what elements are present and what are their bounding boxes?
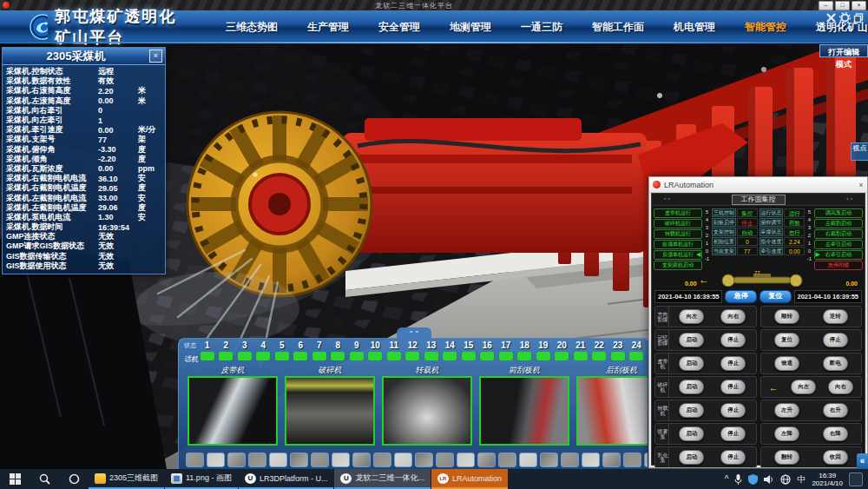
control-button[interactable]: 右降 bbox=[823, 426, 848, 441]
control-button[interactable]: 左降 bbox=[774, 426, 799, 441]
status-indicator-button[interactable]: 右截割启动 bbox=[814, 229, 863, 239]
control-button[interactable]: 启动 bbox=[679, 333, 704, 347]
tray-chevron-icon[interactable]: ^ bbox=[725, 474, 729, 484]
nav-item[interactable]: 生产管理 bbox=[307, 20, 349, 35]
taskbar-app[interactable]: LRLRAutomation bbox=[431, 469, 508, 489]
filmstrip-thumb[interactable] bbox=[561, 453, 579, 467]
control-button[interactable]: 向右 bbox=[828, 380, 853, 394]
control-button[interactable]: 启动 bbox=[679, 403, 704, 418]
control-button[interactable]: 收回 bbox=[823, 450, 848, 465]
filmstrip-thumb[interactable] bbox=[207, 453, 225, 467]
network-globe-icon[interactable] bbox=[780, 474, 791, 485]
filmstrip-thumb[interactable] bbox=[540, 453, 558, 467]
control-button[interactable]: 复位 bbox=[774, 333, 799, 347]
status-indicator-button[interactable]: 左截割启动 bbox=[814, 219, 863, 228]
control-button[interactable]: 启动 bbox=[679, 450, 704, 465]
status-indicator-button[interactable]: 左牵引启动 bbox=[814, 240, 863, 249]
filmstrip-thumb[interactable] bbox=[644, 453, 648, 467]
filmstrip-thumb[interactable] bbox=[290, 453, 308, 467]
control-button[interactable]: 停止 bbox=[720, 333, 746, 347]
nav-item[interactable]: 一通三防 bbox=[521, 20, 562, 35]
control-button[interactable]: 启动 bbox=[679, 426, 704, 441]
filmstrip-thumb[interactable] bbox=[332, 453, 350, 467]
camera-thumbnail[interactable] bbox=[576, 376, 648, 446]
filmstrip-thumb[interactable] bbox=[311, 453, 329, 467]
tab-workface-control[interactable]: 工作面集控 bbox=[732, 195, 786, 205]
taskbar-app[interactable]: U龙软二三维一体化... bbox=[334, 469, 431, 489]
nav-item[interactable]: 智能工作面 bbox=[592, 20, 644, 35]
maximize-button[interactable]: □ bbox=[835, 1, 850, 10]
filmstrip-thumb[interactable] bbox=[248, 453, 266, 467]
taskbar-app[interactable]: ULR3DPlatform - U... bbox=[239, 469, 334, 489]
filmstrip-thumb[interactable] bbox=[373, 453, 391, 467]
control-button[interactable]: 停止 bbox=[720, 403, 746, 418]
camera-feed[interactable]: 转载机 bbox=[382, 365, 472, 446]
collapse-chevron-icon[interactable]: ⌄⌄ bbox=[397, 327, 431, 340]
nav-item[interactable]: 地测管理 bbox=[450, 20, 491, 35]
settings-gear-icon[interactable] bbox=[839, 12, 851, 23]
filmstrip-thumb[interactable] bbox=[519, 453, 537, 467]
status-indicator-button[interactable]: 调高泵启动 bbox=[814, 208, 863, 218]
start-button[interactable] bbox=[0, 469, 30, 489]
camera-feed[interactable]: 皮带机 bbox=[187, 365, 278, 446]
status-indicator-button[interactable]: 皮带机运行 bbox=[654, 208, 702, 218]
nav-item[interactable]: 智能管控 bbox=[745, 20, 786, 35]
camera-thumbnail[interactable] bbox=[479, 376, 569, 446]
reset-button[interactable]: 复位 bbox=[760, 290, 792, 303]
filmstrip-thumb[interactable] bbox=[269, 453, 287, 467]
lrautomation-close-icon[interactable]: × bbox=[855, 181, 867, 189]
camera-feed[interactable]: 前刮板机 bbox=[479, 365, 569, 446]
control-button[interactable]: 停止 bbox=[720, 380, 746, 394]
nav-item[interactable]: 三维态势图 bbox=[226, 20, 278, 35]
filmstrip-thumb[interactable] bbox=[394, 453, 412, 467]
nav-item[interactable]: 机电管理 bbox=[674, 20, 715, 35]
control-button[interactable]: 启动 bbox=[679, 356, 704, 371]
control-button[interactable]: 向左 bbox=[791, 380, 816, 394]
status-indicator-button[interactable]: 转载机运行 bbox=[654, 229, 702, 239]
camera-thumbnail[interactable] bbox=[187, 376, 278, 446]
control-button[interactable]: 向右 bbox=[720, 309, 746, 324]
input-language-indicator[interactable]: 中 bbox=[797, 473, 806, 486]
viewpoint-tab[interactable]: 视点 bbox=[851, 142, 868, 161]
filmstrip-thumb[interactable] bbox=[352, 453, 371, 467]
filmstrip-thumb[interactable] bbox=[582, 453, 600, 467]
control-button[interactable]: 停止 bbox=[720, 450, 746, 465]
collapse-panel-handle[interactable]: « bbox=[857, 453, 868, 469]
control-button[interactable]: 停止 bbox=[720, 356, 746, 371]
camera-feed[interactable]: 破碎机 bbox=[285, 365, 375, 446]
clock[interactable]: 16:39 2021/4/10 bbox=[812, 472, 843, 487]
control-button[interactable]: 顺转 bbox=[774, 309, 799, 324]
control-button[interactable]: 向左 bbox=[679, 309, 704, 324]
control-button[interactable]: 右升 bbox=[823, 403, 848, 418]
control-button[interactable]: 启动 bbox=[679, 380, 704, 394]
speaker-icon[interactable] bbox=[764, 474, 774, 485]
status-indicator-button[interactable]: 支架跟机启动 bbox=[654, 261, 702, 270]
filmstrip-thumb[interactable] bbox=[457, 453, 475, 467]
minimize-button[interactable]: – bbox=[819, 1, 833, 10]
shearer-panel-close-icon[interactable]: × bbox=[149, 50, 162, 63]
emergency-stop-button[interactable]: 急停 bbox=[725, 290, 757, 303]
control-button[interactable]: 翻转 bbox=[774, 450, 799, 465]
tools-icon[interactable] bbox=[825, 12, 837, 23]
filmstrip-thumb[interactable] bbox=[415, 453, 433, 467]
taskbar-app[interactable]: 2305三维截图 bbox=[89, 469, 164, 489]
filmstrip-thumb[interactable] bbox=[436, 453, 454, 467]
control-button[interactable]: 左升 bbox=[774, 403, 799, 418]
open-edit-mode-button[interactable]: 打开编辑模式 bbox=[819, 44, 868, 57]
filmstrip-thumb[interactable] bbox=[602, 453, 621, 467]
camera-thumbnail[interactable] bbox=[382, 376, 472, 446]
microphone-icon[interactable] bbox=[734, 474, 742, 485]
filmstrip-thumb[interactable] bbox=[498, 453, 516, 467]
cortana-icon[interactable] bbox=[59, 469, 89, 489]
emergency-lock-button[interactable]: 急停闭锁 bbox=[814, 261, 863, 270]
search-icon[interactable] bbox=[30, 469, 59, 489]
taskbar-app[interactable]: ▨11.png - 画图 bbox=[165, 469, 238, 489]
camera-feed[interactable]: 后刮板机 bbox=[576, 365, 648, 446]
filmstrip-thumb[interactable] bbox=[186, 453, 204, 467]
close-button[interactable]: × bbox=[852, 1, 866, 10]
control-button[interactable]: 停止 bbox=[720, 426, 746, 441]
security-shield-icon[interactable] bbox=[748, 474, 758, 485]
notification-center-icon[interactable] bbox=[849, 472, 863, 486]
filmstrip-thumb[interactable] bbox=[623, 453, 641, 467]
status-indicator-button[interactable]: 破碎机运行 bbox=[654, 219, 702, 228]
